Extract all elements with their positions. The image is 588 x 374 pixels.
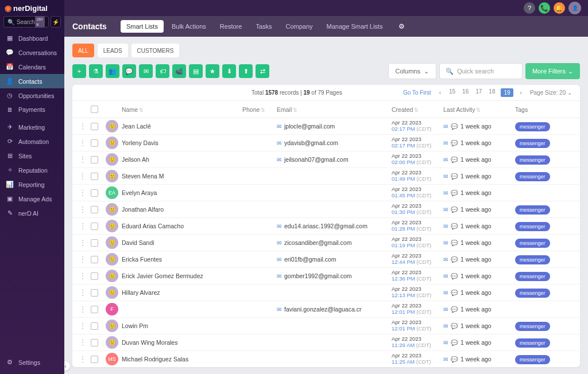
drag-handle-icon[interactable]: ⋮	[79, 255, 86, 263]
sidebar-item-marketing[interactable]: ✈Marketing	[0, 120, 64, 134]
page-19[interactable]: 19	[501, 88, 513, 97]
drag-handle-icon[interactable]: ⋮	[79, 272, 86, 280]
drag-handle-icon[interactable]: ⋮	[79, 222, 86, 230]
tab-company[interactable]: Company	[280, 20, 319, 33]
action-button-8[interactable]: ★	[206, 64, 219, 78]
drag-handle-icon[interactable]: ⋮	[79, 172, 86, 180]
col-phone[interactable]: Phone	[242, 106, 260, 113]
drag-handle-icon[interactable]: ⋮	[79, 355, 86, 363]
table-row[interactable]: ⋮🙂David Sandi✉zicosandiber@gmail.comApr …	[72, 235, 580, 251]
page-17[interactable]: 17	[474, 88, 483, 97]
sidebar-item-contacts[interactable]: 👤Contacts	[0, 74, 64, 88]
action-button-1[interactable]: ⚗	[89, 64, 103, 78]
tag-badge[interactable]: messenger	[515, 205, 550, 215]
sidebar-item-opportunities[interactable]: ◷Opportunities	[0, 88, 64, 103]
table-row[interactable]: ⋮EAEvelyn ArayaApr 22 202301:45 PM (CDT)…	[72, 185, 580, 201]
action-button-4[interactable]: ✉	[139, 64, 153, 78]
drag-handle-icon[interactable]: ⋮	[79, 289, 86, 297]
table-row[interactable]: ⋮🙂Jeilson Ah✉jeilsonah07@gmail.comApr 22…	[72, 151, 580, 168]
col-created[interactable]: Created	[392, 106, 413, 113]
sidebar-item-payments[interactable]: 🗎Payments	[0, 103, 64, 116]
tab-smart-lists[interactable]: Smart Lists	[121, 20, 164, 33]
table-row[interactable]: ⋮MSMichael Rodriguez SalasApr 22 202311:…	[72, 351, 580, 367]
search-input[interactable]: 🔍 Search ctrl k	[3, 16, 49, 28]
sidebar-item-automation[interactable]: ⟳Automation	[0, 134, 64, 149]
user-avatar[interactable]: 👤	[568, 2, 581, 14]
action-button-6[interactable]: 📹	[172, 64, 186, 78]
sidebar-item-sites[interactable]: ⊞Sites	[0, 149, 64, 163]
drag-handle-icon[interactable]: ⋮	[79, 139, 86, 147]
more-filters-button[interactable]: More Filters ⌄	[525, 63, 580, 79]
next-page[interactable]: ›	[519, 89, 523, 96]
select-all-checkbox[interactable]	[91, 106, 98, 113]
sidebar-item-conversations[interactable]: 💬Conversations	[0, 45, 64, 60]
sidebar-item-reporting[interactable]: 📊Reporting	[0, 177, 64, 192]
help-icon[interactable]: ?	[524, 2, 535, 14]
page-15[interactable]: 15	[448, 88, 457, 97]
tag-badge[interactable]: messenger	[515, 172, 550, 181]
quick-actions-button[interactable]: ⚡	[51, 16, 61, 28]
col-email[interactable]: Email	[277, 106, 292, 113]
action-button-2[interactable]: 👥	[106, 64, 119, 78]
tab-restore[interactable]: Restore	[214, 20, 248, 33]
sidebar-item-settings[interactable]: ⚙ Settings	[0, 355, 64, 369]
row-checkbox[interactable]	[91, 223, 98, 230]
row-checkbox[interactable]	[91, 256, 98, 263]
tag-badge[interactable]: messenger	[515, 239, 550, 248]
drag-handle-icon[interactable]: ⋮	[79, 305, 86, 313]
row-checkbox[interactable]	[91, 306, 98, 313]
drag-handle-icon[interactable]: ⋮	[79, 189, 86, 197]
table-row[interactable]: ⋮🙂Eduard Arias Camacho✉edu14.ariasc.1992…	[72, 218, 580, 235]
sidebar-item-calendars[interactable]: 📅Calendars	[0, 60, 64, 74]
tag-badge[interactable]: messenger	[515, 355, 550, 364]
row-checkbox[interactable]	[91, 189, 98, 197]
tag-badge[interactable]: messenger	[515, 155, 550, 165]
filter-all[interactable]: ALL	[72, 44, 94, 57]
columns-selector[interactable]: Columns ⌄	[388, 63, 436, 79]
row-checkbox[interactable]	[91, 139, 98, 147]
phone-icon[interactable]: 📞	[539, 2, 550, 14]
tabs-settings-icon[interactable]: ⚙	[399, 22, 405, 30]
tag-badge[interactable]: messenger	[515, 255, 550, 264]
drag-handle-icon[interactable]: ⋮	[79, 322, 86, 330]
table-row[interactable]: ⋮🙂Ericka Fuentes✉eri01fb@gmail.comApr 22…	[72, 251, 580, 268]
table-row[interactable]: ⋮🙂Lowin PmApr 22 202312:01 PM (CDT)✉💬1 w…	[72, 318, 580, 334]
sidebar-item-reputation[interactable]: ✧Reputation	[0, 163, 64, 177]
action-button-9[interactable]: ⬇	[222, 64, 236, 78]
action-button-3[interactable]: 💬	[122, 64, 136, 78]
tag-badge[interactable]: messenger	[515, 222, 550, 231]
prev-page[interactable]: ‹	[438, 89, 442, 96]
tag-badge[interactable]: messenger	[515, 289, 550, 298]
quick-search-input[interactable]: 🔍 Quick search	[439, 63, 523, 79]
sidebar-item-manage-ads[interactable]: ▣Manage Ads	[0, 192, 64, 206]
page-16[interactable]: 16	[461, 88, 470, 97]
go-to-first[interactable]: Go To First	[402, 89, 432, 96]
row-checkbox[interactable]	[91, 322, 98, 330]
tag-badge[interactable]: messenger	[515, 272, 550, 281]
table-row[interactable]: ⋮🙂Duvan Wing MoralesApr 22 202311:29 AM …	[72, 334, 580, 351]
drag-handle-icon[interactable]: ⋮	[79, 205, 86, 213]
table-row[interactable]: ⋮🙂Hillary AlvarezApr 22 202312:13 PM (CD…	[72, 285, 580, 301]
drag-handle-icon[interactable]: ⋮	[79, 122, 86, 130]
tag-badge[interactable]: messenger	[515, 139, 550, 148]
row-checkbox[interactable]	[91, 206, 98, 213]
drag-handle-icon[interactable]: ⋮	[79, 239, 86, 247]
page-size-selector[interactable]: Page Size: 20 ⌄	[529, 89, 573, 96]
action-button-5[interactable]: 🏷	[156, 64, 169, 78]
sidebar-item-nerd-ai[interactable]: ✎nerD AI	[0, 206, 64, 220]
table-row[interactable]: ⋮🙂Yorleny Davis✉ydavisb@gmail.comApr 22 …	[72, 135, 580, 151]
action-button-7[interactable]: ▤	[189, 64, 203, 78]
col-name[interactable]: Name	[122, 106, 138, 113]
tag-badge[interactable]: messenger	[515, 122, 550, 131]
action-button-0[interactable]: +	[72, 64, 86, 78]
filter-customers[interactable]: CUSTOMERS	[131, 44, 180, 57]
tab-manage-smart-lists[interactable]: Manage Smart Lists	[321, 20, 389, 33]
table-row[interactable]: ⋮F✉faviani.gonzalez@laguaca.crApr 22 202…	[72, 301, 580, 318]
row-checkbox[interactable]	[91, 239, 98, 247]
tab-bulk-actions[interactable]: Bulk Actions	[166, 20, 212, 33]
row-checkbox[interactable]	[91, 156, 98, 163]
table-row[interactable]: ⋮🙂Jonathan AlfaroApr 22 202301:30 PM (CD…	[72, 201, 580, 218]
row-checkbox[interactable]	[91, 356, 98, 363]
row-checkbox[interactable]	[91, 173, 98, 180]
row-checkbox[interactable]	[91, 123, 98, 130]
